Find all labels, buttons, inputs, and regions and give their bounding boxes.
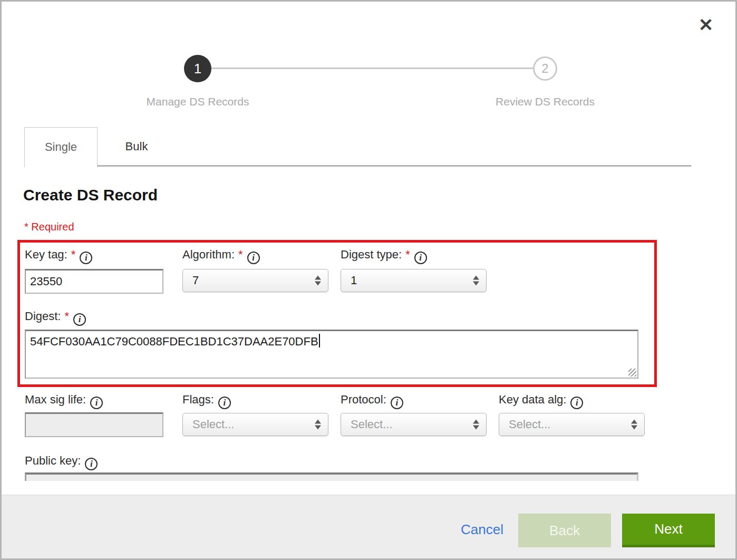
digest-label-text: Digest: <box>25 310 61 323</box>
select-arrows-icon <box>473 420 479 430</box>
required-asterisk: * <box>238 248 243 261</box>
digest-type-select[interactable]: 1 <box>341 269 487 292</box>
required-note: * Required <box>24 221 74 233</box>
flags-select-value: Select... <box>192 413 234 436</box>
algorithm-label-text: Algorithm: <box>182 248 235 261</box>
algorithm-label: Algorithm:*i <box>182 248 260 264</box>
text-cursor <box>319 334 320 347</box>
public-key-textarea[interactable] <box>25 472 638 481</box>
create-ds-record-modal: ✕ 1 2 Manage DS Records Review DS Record… <box>0 0 737 560</box>
select-arrows-icon <box>473 276 479 286</box>
key-data-alg-select[interactable]: Select... <box>499 413 645 436</box>
public-key-label-text: Public key: <box>25 454 81 467</box>
protocol-select[interactable]: Select... <box>341 413 487 436</box>
public-key-label: Public key:i <box>25 454 98 470</box>
select-arrows-icon <box>315 276 321 286</box>
flags-select[interactable]: Select... <box>182 413 328 436</box>
cancel-button[interactable]: Cancel <box>461 522 503 538</box>
key-data-alg-select-value: Select... <box>509 413 550 436</box>
step-1-circle: 1 <box>184 55 211 82</box>
step-1-label: Manage DS Records <box>119 95 277 108</box>
protocol-label: Protocol:i <box>341 393 403 409</box>
resize-handle-icon[interactable] <box>628 369 636 376</box>
max-sig-life-label: Max sig life:i <box>25 393 103 409</box>
info-icon[interactable]: i <box>80 252 92 264</box>
protocol-select-value: Select... <box>351 413 392 436</box>
algorithm-select-value: 7 <box>192 269 199 292</box>
info-icon[interactable]: i <box>73 313 86 326</box>
info-icon[interactable]: i <box>247 252 260 264</box>
next-button[interactable]: Next <box>622 514 715 547</box>
digest-value: 54FCF030AA1C79C0088FDEC1BD1C37DAA2E70DFB <box>30 335 318 348</box>
required-asterisk: * <box>64 310 69 323</box>
key-data-alg-label: Key data alg:i <box>499 393 583 409</box>
tab-underline <box>98 165 691 167</box>
page-title: Create DS Record <box>23 186 158 204</box>
close-icon[interactable]: ✕ <box>693 12 719 37</box>
select-arrows-icon <box>315 420 321 430</box>
digest-type-label-text: Digest type: <box>341 248 402 261</box>
info-icon[interactable]: i <box>414 252 427 264</box>
max-sig-life-input[interactable] <box>25 412 163 437</box>
key-tag-input[interactable] <box>25 269 163 294</box>
info-icon[interactable]: i <box>90 397 103 409</box>
protocol-label-text: Protocol: <box>341 393 386 406</box>
info-icon[interactable]: i <box>85 458 98 470</box>
info-icon[interactable]: i <box>218 397 231 409</box>
info-icon[interactable]: i <box>570 397 583 409</box>
select-arrows-icon <box>631 420 637 430</box>
modal-footer: Cancel Back Next <box>2 495 735 558</box>
digest-type-select-value: 1 <box>351 269 357 292</box>
required-asterisk: * <box>405 248 410 261</box>
digest-label: Digest:*i <box>25 310 86 326</box>
step-2-label: Review DS Records <box>466 95 624 108</box>
flags-label: Flags:i <box>182 393 231 409</box>
required-asterisk: * <box>71 248 76 261</box>
key-tag-label-text: Key tag: <box>25 248 67 261</box>
digest-type-label: Digest type:*i <box>341 248 427 264</box>
key-data-alg-label-text: Key data alg: <box>499 393 566 406</box>
stepper-connector <box>211 67 533 69</box>
step-2-circle: 2 <box>533 56 557 81</box>
tab-single[interactable]: Single <box>24 127 98 167</box>
algorithm-select[interactable]: 7 <box>182 269 328 292</box>
max-sig-life-label-text: Max sig life: <box>25 393 86 406</box>
key-tag-label: Key tag:*i <box>25 248 92 264</box>
digest-textarea[interactable]: 54FCF030AA1C79C0088FDEC1BD1C37DAA2E70DFB <box>25 330 638 379</box>
tab-bulk[interactable]: Bulk <box>98 128 175 166</box>
back-button[interactable]: Back <box>518 514 611 547</box>
flags-label-text: Flags: <box>182 393 214 406</box>
info-icon[interactable]: i <box>391 397 403 409</box>
